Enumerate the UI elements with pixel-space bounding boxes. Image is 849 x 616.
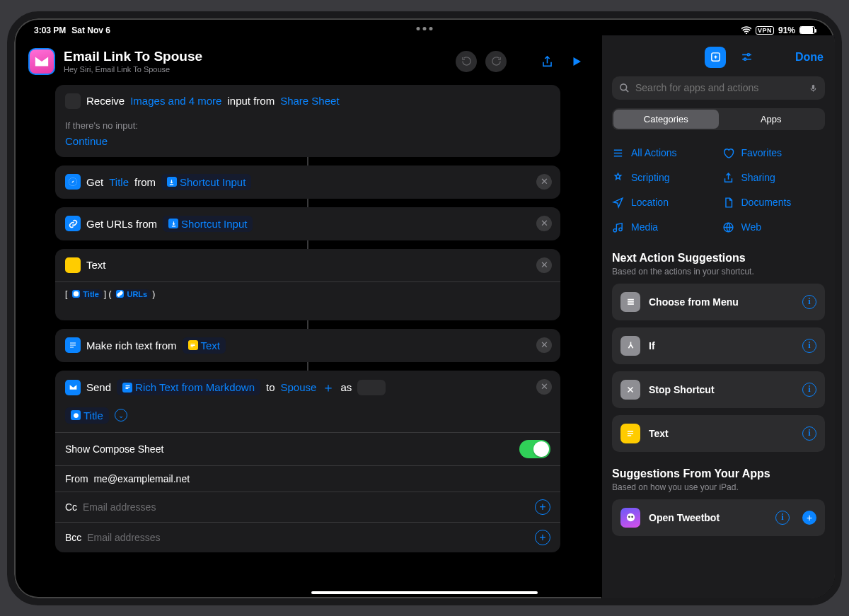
connector [307,320,308,329]
status-date: Sat Nov 6 [71,25,110,35]
param-cc[interactable]: Cc Email addresses + [55,492,560,522]
delete-action-button[interactable]: ✕ [536,216,552,231]
action-library-sidebar: Done Categories Apps All Actions Favorit… [601,35,835,598]
action-get-urls[interactable]: ✕ Get URLs from Shortcut Input [55,207,560,240]
cat-all-actions[interactable]: All Actions [612,144,715,162]
done-button[interactable]: Done [795,51,824,64]
link-icon [65,216,81,231]
suggestion-item[interactable]: Stop Shortcut i [612,371,825,408]
app-suggestion-item[interactable]: Open Tweetbot i + [612,499,825,536]
info-button[interactable]: i [802,295,816,309]
add-action-button[interactable]: + [802,511,816,525]
add-recipient-button[interactable]: ＋ [322,379,335,396]
workflow-canvas[interactable]: Receive Images and 4 more input from Sha… [14,85,601,598]
svg-rect-7 [812,84,814,89]
cat-sharing[interactable]: Sharing [722,169,826,187]
search-field[interactable] [612,76,825,100]
suggestion-item[interactable]: If i [612,327,825,364]
compose-toggle[interactable] [519,440,550,458]
var-richtext[interactable]: Rich Text from Markdown [117,379,260,395]
search-icon [619,83,630,93]
svg-point-13 [628,516,630,518]
cat-location[interactable]: Location [612,194,715,211]
delete-action-button[interactable]: ✕ [536,379,552,395]
recipient[interactable]: Spouse [281,381,317,393]
tweetbot-icon [620,508,640,528]
app-suggestions-title: Suggestions From Your Apps [612,467,825,480]
home-indicator[interactable] [311,591,538,594]
branch-icon [620,336,640,356]
multitask-button[interactable] [417,27,433,30]
info-button[interactable]: i [775,511,790,525]
wifi-icon [741,26,751,34]
delete-action-button[interactable]: ✕ [536,337,552,353]
action-make-richtext[interactable]: ✕ Make rich text from Text [55,329,560,362]
library-tab-button[interactable] [705,47,726,68]
mail-icon [65,380,81,395]
var-title[interactable]: Title [69,289,102,299]
no-input-action[interactable]: Continue [65,135,108,147]
svg-rect-9 [628,299,634,301]
suggestion-item[interactable]: Choose from Menu i [612,284,825,320]
delete-action-button[interactable]: ✕ [536,174,552,190]
empty-as-token[interactable] [357,380,386,395]
action-text[interactable]: ✕ Text [ Title ] ( URLs ) [55,249,560,320]
undo-button[interactable] [456,51,477,72]
cat-scripting[interactable]: Scripting [612,169,715,187]
var-shortcut-input[interactable]: Shortcut Input [161,174,251,190]
svg-point-5 [744,58,746,60]
info-button[interactable]: i [802,339,816,353]
next-suggestions-title: Next Action Suggestions [612,252,825,265]
cat-media[interactable]: Media [612,219,715,236]
action-receive-input[interactable]: Receive Images and 4 more input from Sha… [55,85,560,157]
richtext-icon [65,337,81,353]
run-button[interactable] [566,51,587,72]
var-text[interactable]: Text [183,337,226,354]
add-cc-button[interactable]: + [535,499,550,515]
cat-documents[interactable]: Documents [722,194,826,211]
settings-tab-button[interactable] [736,47,757,68]
svg-point-14 [631,516,633,518]
var-urls[interactable]: URLs [112,289,151,299]
seg-categories[interactable]: Categories [613,110,719,129]
svg-rect-11 [628,303,634,305]
info-button[interactable]: i [802,383,816,397]
svg-rect-10 [628,301,634,303]
seg-apps[interactable]: Apps [719,110,824,129]
suggestion-item[interactable]: Text i [612,415,825,452]
shortcut-icon[interactable] [28,48,55,75]
expand-toggle[interactable]: ⌄ [115,409,127,422]
info-button[interactable]: i [802,426,816,441]
action-send-email[interactable]: ✕ Send Rich Text from Markdown to Spouse… [55,371,560,552]
property-title[interactable]: Title [109,176,129,188]
dictate-icon[interactable] [809,82,818,94]
redo-button[interactable] [485,51,507,72]
text-icon [620,424,640,443]
input-icon [65,93,81,109]
svg-point-1 [74,291,79,297]
cat-web[interactable]: Web [722,219,826,236]
shortcut-title[interactable]: Email Link To Spouse [64,49,447,64]
share-button[interactable] [536,51,558,72]
connector [307,362,308,371]
connector [307,240,308,249]
vpn-indicator: VPN [756,26,774,35]
param-bcc[interactable]: Bcc Email addresses + [55,522,560,552]
add-bcc-button[interactable]: + [535,530,550,545]
action-get-title[interactable]: ✕ Get Title from Shortcut Input [55,165,560,199]
app-suggestions-sub: Based on how you use your iPad. [612,482,825,492]
status-time: 3:03 PM [34,25,66,35]
var-shortcut-input[interactable]: Shortcut Input [163,216,253,232]
cat-favorites[interactable]: Favorites [722,144,826,162]
text-body[interactable]: [ Title ] ( URLs ) [55,281,560,320]
battery-icon [799,26,815,34]
param-from[interactable]: From me@examplemail.net [55,465,560,492]
battery-percent: 91% [778,25,795,35]
svg-point-4 [747,54,749,56]
input-source[interactable]: Share Sheet [280,95,339,107]
input-types[interactable]: Images and 4 more [130,95,221,107]
segmented-control[interactable]: Categories Apps [612,108,825,130]
delete-action-button[interactable]: ✕ [536,257,552,273]
var-subject[interactable]: Title [65,407,109,424]
search-input[interactable] [635,82,803,93]
